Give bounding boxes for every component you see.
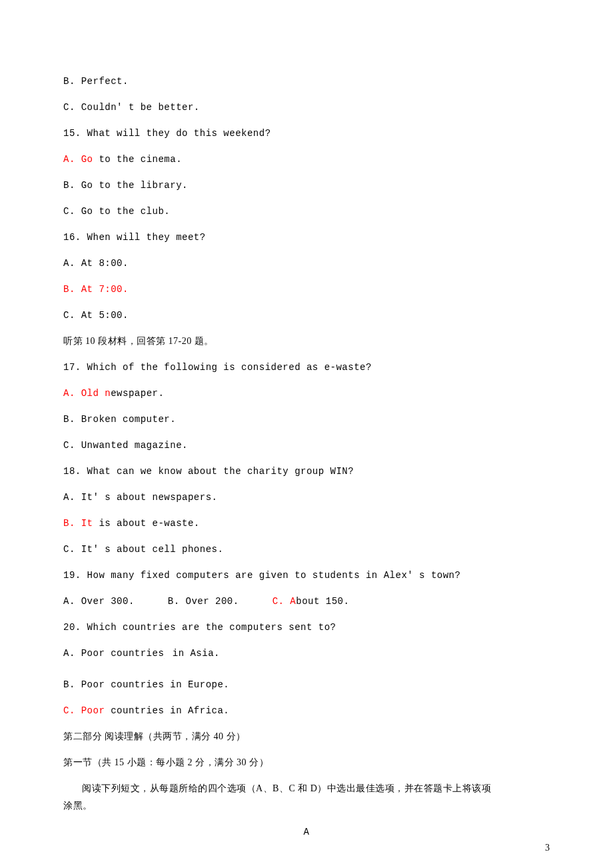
option-text-post: in Asia. [167, 648, 220, 659]
question-15: 15. What will they do this weekend? [63, 129, 550, 138]
answer-highlight: A. Old n [63, 388, 111, 399]
option-c-text: C. Couldn' t be better. [63, 103, 550, 112]
section-10-heading: 听第 10 段材料，回答第 17-20 题。 [63, 337, 550, 346]
option-text-rest: countries in Africa. [105, 705, 229, 716]
page-number: 3 [545, 843, 550, 853]
document-page: B. Perfect. C. Couldn' t be better. 15. … [0, 0, 613, 868]
question-16-option-c: C. At 5:00. [63, 311, 550, 320]
question-15-option-b: B. Go to the library. [63, 181, 550, 190]
question-18-option-a: A. It' s about newspapers. [63, 493, 550, 502]
question-17-option-c: C. Unwanted magazine. [63, 441, 550, 450]
question-17: 17. Which of the following is considered… [63, 363, 550, 372]
instruction-line-2: 涂黑。 [63, 801, 550, 811]
question-18-option-c: C. It' s about cell phones. [63, 545, 550, 554]
answer-highlight: A. Go [63, 154, 93, 165]
answer-highlight: B. It [63, 518, 93, 529]
question-19-options: A. Over 300. B. Over 200. C. About 150. [63, 597, 550, 606]
question-20-option-c: C. Poor countries in Africa. [63, 706, 550, 715]
option-text-rest: bout 150. [296, 596, 349, 607]
question-18-option-b: B. It is about e-waste. [63, 519, 550, 528]
section-1-heading: 第一节（共 15 小题：每小题 2 分，满分 30 分） [63, 758, 550, 767]
question-19-option-c: C. About 150. [273, 597, 350, 606]
question-19-option-b: B. Over 200. [168, 597, 239, 606]
question-20-option-b: B. Poor countries in Europe. [63, 680, 550, 689]
option-b-text: B. Perfect. [63, 77, 550, 86]
question-16-option-a: A. At 8:00. [63, 259, 550, 268]
question-16: 16. When will they meet? [63, 233, 550, 242]
option-text-rest: ewspaper. [111, 388, 164, 399]
option-text-rest: is about e-waste. [93, 518, 200, 529]
answer-highlight: C. Poor [63, 705, 105, 716]
answer-highlight: C. A [273, 596, 297, 607]
question-17-option-b: B. Broken computer. [63, 415, 550, 424]
question-17-option-a: A. Old newspaper. [63, 389, 550, 398]
question-15-option-c: C. Go to the club. [63, 207, 550, 216]
option-text-rest: to the cinema. [93, 154, 183, 165]
question-19-option-a: A. Over 300. [63, 597, 135, 606]
question-20: 20. Which countries are the computers se… [63, 623, 550, 632]
question-16-option-b: B. At 7:00. [63, 285, 550, 294]
question-15-option-a: A. Go to the cinema. [63, 155, 550, 164]
instruction-line-1: 阅读下列短文，从每题所给的四个选项（A、B、C 和 D）中选出最佳选项，并在答题… [63, 784, 550, 793]
question-20-option-a: A. Poor countries。 in Asia. [63, 649, 550, 663]
passage-letter-a: A [63, 827, 550, 837]
question-18: 18. What can we know about the charity g… [63, 467, 550, 476]
question-19: 19. How many fixed computers are given t… [63, 571, 550, 580]
part-2-heading: 第二部分 阅读理解（共两节，满分 40 分） [63, 732, 550, 741]
option-text-pre: A. Poor countries [63, 648, 164, 659]
